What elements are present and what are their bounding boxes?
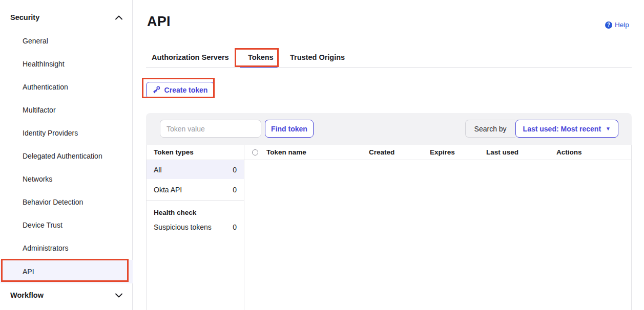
sidebar-item-behavior-detection[interactable]: Behavior Detection: [0, 191, 133, 214]
create-token-label: Create token: [164, 86, 208, 94]
token-type-count: 0: [233, 186, 237, 194]
table-header-row: Token types Token name Created Expires L…: [147, 145, 631, 160]
page-title: API: [147, 14, 171, 30]
tab-trusted-origins[interactable]: Trusted Origins: [290, 53, 345, 61]
tab-tokens[interactable]: Tokens: [248, 53, 274, 61]
active-tab-underline: [240, 66, 278, 68]
token-types-panel: All 0 Okta API 0 Health check Suspicious…: [147, 160, 244, 231]
sidebar-nav: General HealthInsight Authentication Mul…: [0, 30, 133, 283]
sidebar: Security General HealthInsight Authentic…: [0, 0, 133, 310]
sidebar-item-authentication[interactable]: Authentication: [0, 76, 133, 99]
sidebar-item-identity-providers[interactable]: Identity Providers: [0, 122, 133, 145]
token-type-label: Suspicious tokens: [154, 223, 212, 231]
token-type-label: All: [154, 166, 162, 174]
sidebar-section-workflow[interactable]: Workflow: [10, 288, 122, 302]
sidebar-item-api[interactable]: API: [0, 260, 133, 283]
key-plus-icon: [153, 85, 161, 95]
chevron-down-icon: [115, 291, 122, 300]
token-type-count: 0: [233, 223, 237, 231]
sidebar-item-administrators[interactable]: Administrators: [0, 237, 133, 260]
token-types-divider: [244, 145, 244, 310]
sidebar-item-delegated-authentication[interactable]: Delegated Authentication: [0, 145, 133, 168]
find-token-button[interactable]: Find token: [265, 120, 314, 138]
filter-bar: Find token Search by Last used: Most rec…: [146, 113, 632, 145]
dropdown-caret-icon: ▼: [606, 126, 611, 131]
column-expires: Expires: [430, 145, 455, 160]
tokens-table: Token types Token name Created Expires L…: [146, 145, 632, 310]
page: Security General HealthInsight Authentic…: [0, 0, 644, 310]
tab-authorization-servers[interactable]: Authorization Servers: [152, 53, 229, 61]
help-question-icon: ?: [605, 21, 612, 29]
sidebar-item-healthinsight[interactable]: HealthInsight: [0, 53, 133, 76]
security-section-label: Security: [10, 13, 39, 21]
sort-dropdown[interactable]: Last used: Most recent ▼: [515, 120, 618, 138]
sidebar-section-security[interactable]: Security: [10, 10, 122, 25]
sidebar-item-device-trust[interactable]: Device Trust: [0, 214, 133, 237]
tab-bar-divider: [146, 68, 632, 68]
token-type-label: Okta API: [154, 186, 182, 194]
sidebar-item-multifactor[interactable]: Multifactor: [0, 99, 133, 122]
column-last-used: Last used: [486, 145, 518, 160]
suspicious-tokens-row[interactable]: Suspicious tokens 0: [147, 216, 244, 231]
token-type-all-row[interactable]: All 0: [147, 160, 244, 179]
select-all-checkbox[interactable]: [252, 149, 258, 156]
help-label: Help: [615, 21, 629, 29]
help-link[interactable]: ? Help: [605, 21, 629, 29]
column-token-name: Token name: [266, 145, 306, 160]
sidebar-item-networks[interactable]: Networks: [0, 168, 133, 191]
workflow-section-label: Workflow: [10, 291, 44, 299]
health-check-subheader: Health check: [147, 201, 244, 216]
token-type-count: 0: [233, 166, 237, 174]
search-by-label: Search by: [465, 120, 515, 138]
sidebar-item-general[interactable]: General: [0, 30, 133, 53]
token-type-okta-api-row[interactable]: Okta API 0: [147, 179, 244, 201]
column-actions: Actions: [556, 145, 582, 160]
token-value-input[interactable]: [160, 120, 261, 138]
chevron-up-icon: [115, 13, 122, 22]
search-by-group: Search by Last used: Most recent ▼: [465, 120, 618, 138]
column-created: Created: [369, 145, 394, 160]
sort-dropdown-value: Last used: Most recent: [523, 125, 601, 133]
token-types-header: Token types: [154, 145, 194, 160]
create-token-button[interactable]: Create token: [146, 82, 214, 98]
